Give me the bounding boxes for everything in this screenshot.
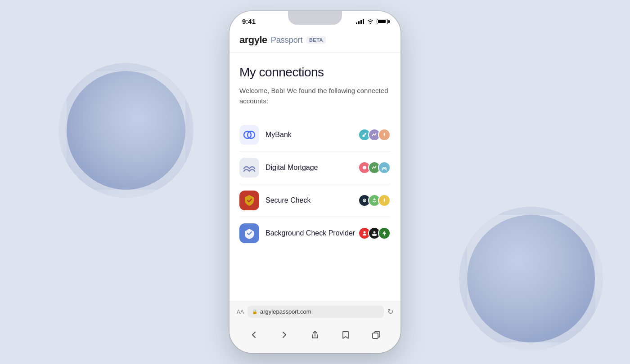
- phone-screen: 9:41: [230, 11, 400, 353]
- bg-check-icon-3: [378, 227, 391, 240]
- browser-nav: [230, 321, 400, 353]
- svg-point-10: [374, 231, 376, 234]
- mybank-logo: [239, 125, 259, 145]
- nav-share-button[interactable]: [306, 326, 324, 344]
- lock-icon: 🔒: [252, 309, 257, 314]
- app-logo: argyle Passport BETA: [239, 34, 391, 46]
- wifi-icon: [367, 19, 374, 24]
- connection-list: MyBank: [239, 119, 391, 249]
- svg-point-5: [363, 166, 366, 169]
- nav-forward-button[interactable]: [275, 326, 293, 344]
- decorative-circle-right: [459, 207, 603, 351]
- connection-item-secure-check[interactable]: Secure Check: [239, 184, 391, 217]
- page-subtitle: Welcome, Bob! We found the following con…: [239, 86, 391, 106]
- secure-check-name: Secure Check: [266, 196, 358, 204]
- logo-passport: Passport: [271, 36, 303, 45]
- secure-check-icons: [358, 194, 391, 207]
- secure-check-icon: [244, 194, 255, 207]
- mybank-icons: [358, 129, 391, 141]
- decorative-circle-left: [58, 63, 194, 198]
- battery-icon: [377, 19, 388, 24]
- mybank-icon: [243, 129, 256, 141]
- logo-beta: BETA: [306, 36, 326, 44]
- svg-point-8: [364, 231, 366, 234]
- bg-check-logo: [239, 223, 259, 243]
- connection-item-background-check[interactable]: Background Check Provider: [239, 217, 391, 249]
- digital-mortgage-icons: [358, 161, 391, 174]
- logo-argyle: argyle: [239, 34, 267, 46]
- svg-rect-9: [372, 234, 377, 236]
- phone-frame: 9:41: [230, 11, 400, 353]
- browser-aa-button[interactable]: AA: [237, 309, 244, 315]
- mybank-icon-3: [378, 129, 391, 141]
- secure-check-icon-3: [378, 194, 391, 207]
- app-content: My connections Welcome, Bob! We found th…: [230, 53, 400, 302]
- digital-mortgage-icon: [243, 163, 256, 172]
- status-time: 9:41: [242, 18, 256, 25]
- secure-check-logo: [239, 191, 259, 210]
- status-icons: [356, 19, 388, 24]
- mybank-name: MyBank: [266, 131, 358, 139]
- nav-bookmarks-button[interactable]: [337, 326, 355, 344]
- digital-mortgage-name: Digital Mortgage: [266, 164, 358, 172]
- connection-item-mybank[interactable]: MyBank: [239, 119, 391, 151]
- phone-notch: [288, 11, 342, 24]
- page-title: My connections: [239, 65, 391, 80]
- bg-check-icons: [358, 227, 391, 240]
- signal-icon: [356, 19, 364, 24]
- browser-bar: AA 🔒 argylepassport.com ↻: [230, 302, 400, 321]
- digital-mortgage-logo: [239, 158, 259, 178]
- browser-url-bar[interactable]: 🔒 argylepassport.com: [248, 306, 384, 318]
- connection-item-digital-mortgage[interactable]: Digital Mortgage: [239, 151, 391, 184]
- bg-check-name: Background Check Provider: [266, 229, 358, 237]
- bg-check-icon: [243, 227, 255, 239]
- svg-rect-12: [373, 333, 378, 338]
- nav-tabs-button[interactable]: [367, 326, 385, 344]
- app-header: argyle Passport BETA: [230, 29, 400, 53]
- digital-mortgage-icon-3: [378, 161, 391, 174]
- browser-text-controls[interactable]: AA: [237, 309, 244, 315]
- nav-back-button[interactable]: [245, 326, 263, 344]
- url-text: argylepassport.com: [260, 308, 311, 315]
- svg-point-7: [364, 200, 365, 201]
- reload-button[interactable]: ↻: [387, 307, 393, 316]
